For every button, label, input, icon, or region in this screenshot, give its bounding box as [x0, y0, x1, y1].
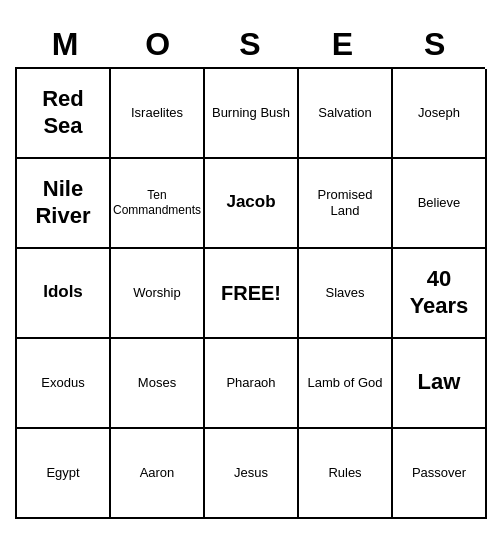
cell-2-1: Worship [111, 249, 205, 339]
cell-0-0: Red Sea [17, 69, 111, 159]
cell-text-3-4: Law [418, 369, 461, 395]
cell-3-4: Law [393, 339, 487, 429]
cell-3-1: Moses [111, 339, 205, 429]
cell-text-1-4: Believe [418, 195, 461, 211]
cell-text-2-1: Worship [133, 285, 180, 301]
cell-2-4: 40 Years [393, 249, 487, 339]
cell-text-0-0: Red Sea [21, 86, 105, 139]
cell-1-3: Promised Land [299, 159, 393, 249]
cell-text-4-1: Aaron [140, 465, 175, 481]
cell-text-1-1: Ten Commandments [113, 188, 201, 217]
cell-0-1: Israelites [111, 69, 205, 159]
cell-3-3: Lamb of God [299, 339, 393, 429]
cell-text-1-0: Nile River [21, 176, 105, 229]
cell-1-1: Ten Commandments [111, 159, 205, 249]
header-letter-M: M [21, 26, 109, 63]
cell-text-0-4: Joseph [418, 105, 460, 121]
cell-text-2-3: Slaves [325, 285, 364, 301]
cell-text-0-2: Burning Bush [212, 105, 290, 121]
cell-2-2: FREE! [205, 249, 299, 339]
cell-4-3: Rules [299, 429, 393, 519]
cell-text-1-2: Jacob [226, 192, 275, 212]
cell-text-1-3: Promised Land [303, 187, 387, 218]
header-letter-S: S [206, 26, 294, 63]
cell-0-4: Joseph [393, 69, 487, 159]
cell-text-2-2: FREE! [221, 281, 281, 305]
header-row: MOSES [15, 26, 485, 63]
cell-2-3: Slaves [299, 249, 393, 339]
cell-2-0: Idols [17, 249, 111, 339]
cell-4-1: Aaron [111, 429, 205, 519]
cell-0-2: Burning Bush [205, 69, 299, 159]
cell-0-3: Salvation [299, 69, 393, 159]
cell-text-2-4: 40 Years [397, 266, 481, 319]
cell-4-4: Passover [393, 429, 487, 519]
cell-1-2: Jacob [205, 159, 299, 249]
cell-4-0: Egypt [17, 429, 111, 519]
cell-text-4-2: Jesus [234, 465, 268, 481]
cell-4-2: Jesus [205, 429, 299, 519]
cell-text-4-4: Passover [412, 465, 466, 481]
cell-text-3-2: Pharaoh [226, 375, 275, 391]
cell-text-2-0: Idols [43, 282, 83, 302]
cell-1-4: Believe [393, 159, 487, 249]
cell-text-3-0: Exodus [41, 375, 84, 391]
cell-1-0: Nile River [17, 159, 111, 249]
cell-3-2: Pharaoh [205, 339, 299, 429]
cell-text-0-1: Israelites [131, 105, 183, 121]
cell-text-4-0: Egypt [46, 465, 79, 481]
cell-3-0: Exodus [17, 339, 111, 429]
cell-text-3-1: Moses [138, 375, 176, 391]
cell-text-0-3: Salvation [318, 105, 371, 121]
header-letter-S: S [391, 26, 479, 63]
bingo-card: MOSES Red SeaIsraelitesBurning BushSalva… [15, 26, 485, 519]
cell-text-3-3: Lamb of God [307, 375, 382, 391]
bingo-grid: Red SeaIsraelitesBurning BushSalvationJo… [15, 67, 485, 519]
header-letter-O: O [114, 26, 202, 63]
cell-text-4-3: Rules [328, 465, 361, 481]
header-letter-E: E [298, 26, 386, 63]
